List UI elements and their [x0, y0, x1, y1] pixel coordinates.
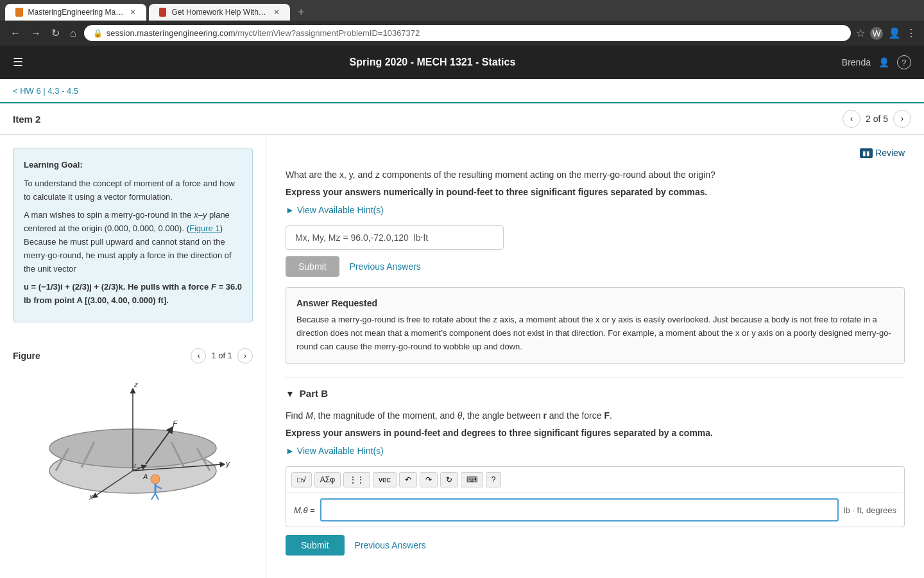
fig-page: 1 of 1 — [211, 351, 232, 360]
svg-text:y: y — [225, 459, 230, 468]
help-icon[interactable]: ? — [897, 55, 911, 69]
fig-next-button[interactable]: › — [237, 348, 253, 363]
svg-line-21 — [151, 493, 155, 500]
toolbar-vec[interactable]: vec — [373, 472, 397, 487]
answer-requested-box: Answer Requested Because a merry-go-roun… — [286, 287, 905, 364]
svg-text:A: A — [142, 473, 148, 480]
math-input-area: □√ AΣφ ⋮⋮ vec ↶ ↷ ↻ ⌨ ? M,θ = lb · ft, d… — [286, 466, 905, 527]
part-b-title: Part B — [300, 388, 328, 399]
svg-text:x: x — [89, 493, 94, 502]
part-b-header: ▼ Part B — [286, 388, 905, 399]
part-b-section: ▼ Part B Find M, the magnitude of the mo… — [286, 377, 905, 556]
browser-actions: ☆ W 👤 ⋮ — [856, 27, 916, 40]
right-panel: ▮▮ Review What are the x, y, and z compo… — [266, 135, 924, 578]
submit-button-b[interactable]: Submit — [286, 535, 345, 556]
breadcrumb-link[interactable]: < HW 6 | 4.3 - 4.5 — [13, 86, 78, 96]
tab-close-1[interactable]: ✕ — [130, 8, 136, 17]
hint-label-b: View Available Hint(s) — [297, 446, 384, 456]
figure-header: Figure ‹ 1 of 1 › — [13, 348, 253, 363]
url-text: session.masteringengineering.com/myct/it… — [107, 28, 420, 38]
toolbar-redo[interactable]: ↷ — [420, 472, 438, 487]
toolbar-undo[interactable]: ↶ — [399, 472, 417, 487]
breadcrumb: < HW 6 | 4.3 - 4.5 — [0, 79, 924, 103]
math-label: M,θ = — [294, 505, 315, 515]
svg-text:z: z — [133, 380, 139, 389]
hamburger-menu[interactable]: ☰ — [13, 55, 23, 69]
figure-image: z y x F r A — [13, 371, 253, 508]
star-icon[interactable]: ☆ — [856, 27, 865, 40]
profile-w-icon[interactable]: W — [870, 27, 883, 40]
review-label: Review — [875, 148, 905, 158]
review-link[interactable]: ▮▮ Review — [860, 148, 905, 158]
hint-chevron-b-icon: ► — [286, 446, 295, 456]
header-right: Brenda 👤 ? — [842, 55, 911, 69]
profile-icon[interactable]: 👤 — [888, 27, 901, 40]
toolbar-help[interactable]: ? — [486, 472, 502, 487]
toolbar-sigma[interactable]: AΣφ — [314, 472, 341, 487]
address-bar: ← → ↻ ⌂ 🔒 session.masteringengineering.c… — [0, 21, 924, 46]
hint-chevron-icon: ► — [286, 205, 295, 215]
tab-mastering[interactable]: MasteringEngineering Mastering... ✕ — [5, 4, 146, 21]
app-title: Spring 2020 - MECH 1321 - Statics — [350, 57, 516, 68]
new-tab-button[interactable]: + — [293, 6, 310, 19]
main-layout: Learning Goal: To understand the concept… — [0, 135, 924, 578]
next-item-button[interactable]: › — [893, 110, 911, 128]
answer-requested-text: Because a merry-go-round is free to rota… — [296, 313, 894, 353]
forward-button[interactable]: → — [28, 25, 44, 42]
fig-prev-button[interactable]: ‹ — [191, 348, 206, 363]
reload-button[interactable]: ↻ — [49, 24, 62, 42]
pagination: ‹ 2 of 5 › — [843, 110, 911, 128]
menu-icon[interactable]: ⋮ — [906, 27, 916, 40]
url-bar[interactable]: 🔒 session.masteringengineering.com/myct/… — [84, 25, 851, 41]
answer-actions: Submit Previous Answers — [286, 256, 905, 277]
review-link-container: ▮▮ Review — [286, 148, 905, 158]
hint-link-b[interactable]: ► View Available Hint(s) — [286, 446, 905, 456]
figure-svg: z y x F r A — [30, 371, 235, 506]
math-input-row: M,θ = lb · ft, degrees — [286, 493, 904, 527]
figure-title: Figure — [13, 351, 40, 361]
svg-point-18 — [151, 475, 160, 484]
answer-requested-title: Answer Requested — [296, 298, 894, 308]
part-b-toggle[interactable]: ▼ — [286, 389, 295, 399]
toolbar-refresh[interactable]: ↻ — [440, 472, 458, 487]
item-title: Item 2 — [13, 114, 40, 125]
problem-text1: A man wishes to spin a merry-go-round in… — [24, 209, 242, 276]
figure-section: Figure ‹ 1 of 1 › — [0, 335, 266, 521]
unit-vector-text: u = (−1/3)i + (2/3)j + (2/3)k. He pulls … — [24, 281, 242, 308]
toolbar-keyboard[interactable]: ⌨ — [461, 472, 483, 487]
part-b-question: Find M, the magnitude of the moment, and… — [286, 409, 905, 423]
toolbar-matrix[interactable]: □√ — [291, 472, 312, 487]
answer-input[interactable] — [286, 225, 504, 250]
tab-favicon-1 — [15, 8, 23, 17]
review-icon: ▮▮ — [860, 148, 873, 158]
learning-goal-box: Learning Goal: To understand the concept… — [13, 148, 253, 322]
back-button[interactable]: ← — [8, 25, 23, 42]
answer-area: Submit Previous Answers — [286, 225, 905, 277]
question-text: What are the x, y, and z components of t… — [286, 168, 905, 182]
left-panel: Learning Goal: To understand the concept… — [0, 135, 266, 578]
user-icon[interactable]: 👤 — [878, 57, 889, 67]
hint-link-a[interactable]: ► View Available Hint(s) — [286, 205, 905, 215]
math-unit: lb · ft, degrees — [844, 505, 896, 515]
app-header: ☰ Spring 2020 - MECH 1321 - Statics Bren… — [0, 46, 924, 79]
toolbar-format[interactable]: ⋮⋮ — [343, 472, 370, 487]
prev-answers-link-a[interactable]: Previous Answers — [350, 261, 421, 272]
math-toolbar: □√ AΣφ ⋮⋮ vec ↶ ↷ ↻ ⌨ ? — [286, 467, 904, 493]
learning-goal-text: To understand the concept of moment of a… — [24, 177, 242, 204]
tab-favicon-2 — [159, 8, 166, 17]
prev-answers-link-b[interactable]: Previous Answers — [355, 540, 426, 550]
home-button[interactable]: ⌂ — [67, 25, 79, 42]
tab-chegg[interactable]: Get Homework Help With Chegg... ✕ — [149, 4, 290, 21]
question-instruction: Express your answers numerically in poun… — [286, 187, 905, 197]
submit-button-a[interactable]: Submit — [286, 256, 339, 277]
tab-bar: MasteringEngineering Mastering... ✕ Get … — [0, 0, 924, 21]
figure-link[interactable]: Figure 1 — [189, 223, 220, 233]
tab-label-1: MasteringEngineering Mastering... — [28, 8, 124, 17]
page-indicator: 2 of 5 — [866, 114, 888, 124]
tab-label-2: Get Homework Help With Chegg... — [171, 8, 268, 17]
learning-goal-title: Learning Goal: — [24, 159, 242, 172]
prev-item-button[interactable]: ‹ — [843, 110, 860, 128]
math-field[interactable] — [320, 498, 839, 521]
username: Brenda — [842, 57, 871, 67]
tab-close-2[interactable]: ✕ — [273, 8, 280, 17]
